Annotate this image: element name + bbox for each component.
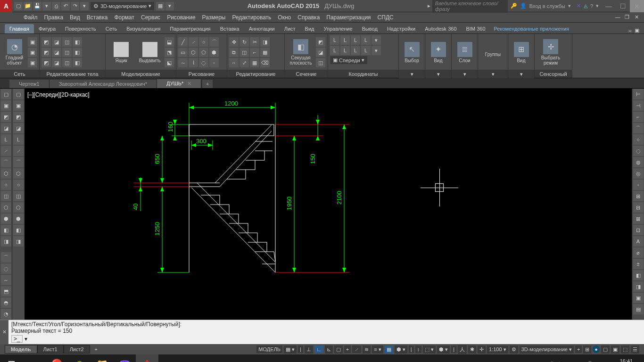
status-dyn-icon[interactable]: + [344, 346, 351, 353]
fillet-icon[interactable]: ⌐ [250, 48, 259, 57]
panel-label-section[interactable]: Сечение [285, 70, 328, 78]
menu-view[interactable]: Вид [70, 14, 80, 21]
workspace-selector[interactable]: ⚙ 3D-моделирование ▾ [91, 2, 154, 10]
tray-clock[interactable]: 16:41 22.09.2016 [613, 358, 639, 362]
extrude-button[interactable]: ⬒ Выдавить [136, 35, 164, 69]
tab-solid[interactable]: Фигура [34, 24, 60, 33]
layout2-tab[interactable]: Лист2 [64, 345, 90, 354]
status-polar-icon[interactable]: ⊾ [325, 346, 333, 354]
tab-insert[interactable]: Вставка [215, 24, 244, 33]
menu-file[interactable]: Файл [24, 14, 38, 21]
drawing-canvas[interactable]: [–][Спереди][2D-каркас] [25, 89, 632, 320]
menu-spds[interactable]: СПДС [378, 14, 394, 21]
box-button[interactable]: ▢ Ящик [107, 35, 135, 69]
tab-output[interactable]: Вывод [357, 24, 382, 33]
app-logo[interactable]: A [0, 0, 12, 12]
mesh-opt1-icon[interactable]: ▣ [28, 37, 37, 47]
qat-plot-icon[interactable]: ⎙ [52, 2, 60, 10]
cmd-dropdown-icon[interactable]: ▾ [25, 336, 27, 342]
mesh-opt3-icon[interactable]: ▣ [28, 58, 37, 67]
polyline-icon[interactable]: ⟋ [189, 37, 198, 47]
cmd-input[interactable]: >_▾ [11, 335, 641, 343]
tab-layout[interactable]: Лист [280, 24, 300, 33]
status-ortho-icon[interactable]: ⊥ [305, 346, 313, 354]
taskbar-chrome-icon[interactable]: 🔴 [45, 354, 68, 362]
menu-draw[interactable]: Рисование [167, 14, 195, 21]
menu-tools[interactable]: Сервис [141, 14, 160, 21]
status-human-icon[interactable]: 人 [458, 345, 467, 354]
tab-render[interactable]: Визуализация [122, 24, 165, 33]
rotate-icon[interactable]: ↻ [239, 37, 249, 47]
panel-label-editbody[interactable]: Редактирование тела [40, 70, 105, 78]
selection-button[interactable]: ↖Выбор [401, 35, 423, 69]
menu-window[interactable]: Окно [278, 14, 291, 21]
tab-surface[interactable]: Поверхность [60, 24, 101, 33]
tab-mesh[interactable]: Сеть [101, 24, 122, 33]
panel-label-draw[interactable]: Рисование [176, 70, 227, 78]
qat-save-icon[interactable]: 💾 [33, 2, 41, 10]
menu-format[interactable]: Формат [114, 14, 134, 21]
tab-annotate[interactable]: Аннотации [244, 24, 280, 33]
doctab-2[interactable]: Заворотний Александр Леонидович* [50, 80, 157, 88]
minimize-button[interactable]: — [602, 0, 616, 12]
taskbar-viber-icon[interactable]: ☎ [113, 354, 136, 362]
taskbar-app1-icon[interactable]: ◎ [68, 354, 91, 362]
doctab-1[interactable]: Чертеж1 [9, 80, 50, 88]
status-grid-icon[interactable]: ▦ ▾ [284, 346, 297, 354]
exchange-icon[interactable]: ✕ [577, 3, 581, 9]
layers-button[interactable]: ≣Слои [454, 35, 476, 69]
line-icon[interactable]: ╱ [178, 37, 188, 47]
menu-dimension[interactable]: Размеры [202, 14, 226, 21]
presspull-icon[interactable]: ⬓ [165, 37, 174, 47]
status-osnap-icon[interactable]: ▢ [334, 346, 343, 354]
panel-sel-dd[interactable]: ▾ [399, 70, 425, 78]
view2-button[interactable]: ⊞Вид [510, 35, 532, 69]
tab-addins[interactable]: Надстройки [382, 24, 420, 33]
mesh-opt2-icon[interactable]: ▣ [28, 48, 37, 57]
qat-extra2-icon[interactable]: ▾ [165, 2, 174, 10]
qat-new-icon[interactable]: ▢ [14, 2, 23, 10]
qat-open-icon[interactable]: 📁 [24, 2, 32, 10]
ucs-front-button[interactable]: ▣ Спереди ▾ [330, 56, 367, 64]
scale-icon[interactable]: ⤢ [239, 58, 249, 67]
status-workspace[interactable]: 3D-моделирование ▾ [520, 346, 574, 354]
taskbar-autocad-icon[interactable]: A [136, 354, 158, 362]
tab-featured-apps[interactable]: Рекомендованные приложения [490, 24, 573, 33]
start-button[interactable]: ⊞ [0, 354, 23, 362]
move-icon[interactable]: ✥ [229, 37, 239, 47]
taskbar-ie-icon[interactable]: e [23, 354, 45, 362]
doc-restore-icon[interactable]: ❐ [623, 14, 631, 20]
erase-icon[interactable]: ⌫ [260, 58, 270, 67]
qat-more-icon[interactable]: ▾ [80, 2, 89, 10]
status-scale[interactable]: 1:100 ▾ [487, 346, 508, 354]
qat-undo-icon[interactable]: ↶ [61, 2, 70, 10]
maximize-button[interactable]: ☐ [616, 0, 630, 12]
dim-linear-icon[interactable]: ⊢ [633, 89, 644, 99]
groups-button[interactable]: Группы [480, 35, 506, 69]
view-button[interactable]: ✦Вид [427, 35, 449, 69]
doc-close-icon[interactable]: ✕ [633, 14, 640, 20]
tab-bim360[interactable]: BIM 360 [462, 24, 490, 33]
menu-modify[interactable]: Редактировать [232, 14, 271, 21]
tab-parametric[interactable]: Параметризация [165, 24, 215, 33]
menu-parametric[interactable]: Параметризация [326, 14, 371, 21]
new-doc-button[interactable]: + [202, 80, 213, 88]
add-layout-button[interactable]: + [92, 346, 100, 352]
doc-minimize-icon[interactable]: — [614, 14, 621, 20]
status-model[interactable]: МОДЕЛЬ [256, 346, 282, 353]
qat-saveas-icon[interactable]: ▾ [42, 2, 51, 10]
qat-extra1-icon[interactable]: ▦ [156, 2, 165, 10]
copy-icon[interactable]: ⧉ [229, 48, 239, 57]
help-icon[interactable]: ? [590, 3, 593, 9]
search-arrow-icon[interactable]: ▸ [426, 3, 432, 9]
panel-label-modeling[interactable]: Моделирование [106, 70, 176, 78]
menu-help[interactable]: Справка [297, 14, 320, 21]
layout1-tab[interactable]: Лист1 [37, 345, 64, 354]
taskbar-explorer-icon[interactable]: 📁 [91, 354, 113, 362]
status-menu-icon[interactable]: ☰ [631, 346, 639, 354]
model-tab[interactable]: Модель [5, 345, 37, 354]
section-plane-button[interactable]: ◧ Секущая плоскость [287, 35, 315, 69]
tab-a360[interactable]: Autodesk 360 [420, 24, 461, 33]
arc-icon[interactable]: ⌒ [209, 37, 219, 47]
touch-button[interactable]: ✢Выбрать режим [537, 35, 565, 69]
